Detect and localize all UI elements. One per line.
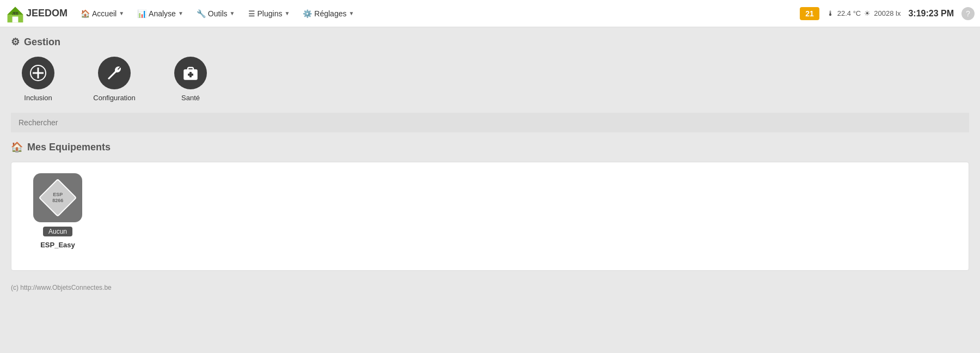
gestion-configuration[interactable]: Configuration (87, 57, 142, 102)
question-icon: ? (966, 9, 970, 18)
sun-icon: ☀ (864, 9, 871, 17)
equipements-title-text: Mes Equipements (27, 142, 111, 153)
equipment-area: ESP8266 Aucun ESP_Easy (11, 162, 969, 271)
outils-caret: ▼ (230, 10, 235, 16)
outils-icon: 🔧 (197, 9, 206, 18)
gestion-sante[interactable]: Santé (163, 57, 218, 102)
sante-icon (174, 57, 207, 89)
gestion-icons-row: Inclusion Configuration (11, 57, 969, 102)
thermometer-icon: 🌡 (827, 9, 834, 17)
weather-info: 🌡 22.4 °C ☀ 20028 lx (827, 9, 901, 17)
svg-rect-3 (13, 16, 19, 22)
search-input[interactable] (11, 113, 969, 132)
navbar: JEE JEEDOM 🏠 Accueil ▼ 📊 Analyse ▼ 🔧 Out… (0, 0, 980, 27)
clock-display: 3:19:23 PM (908, 9, 954, 19)
nav-analyse[interactable]: 📊 Analyse ▼ (132, 6, 189, 21)
equipment-thumbnail: ESP8266 (33, 173, 82, 222)
gear-icon: ⚙ (11, 36, 20, 48)
equipment-name: ESP_Easy (40, 241, 75, 249)
sante-label: Santé (181, 94, 200, 102)
equipements-section-title: 🏠 Mes Equipements (11, 141, 969, 153)
footer: (c) http://www.ObjetsConnectes.be (0, 279, 980, 296)
inclusion-icon (22, 57, 54, 89)
navbar-right: 21 🌡 22.4 °C ☀ 20028 lx 3:19:23 PM ? (800, 7, 975, 20)
plugins-caret: ▼ (284, 10, 290, 16)
gestion-title: Gestion (24, 36, 60, 48)
accueil-caret: ▼ (119, 10, 124, 16)
nav-analyse-label: Analyse (149, 9, 176, 18)
brand-logo-container[interactable]: JEE JEEDOM (5, 4, 68, 23)
gestion-section-title: ⚙ Gestion (11, 36, 969, 48)
nav-reglages-label: Réglages (314, 9, 346, 18)
configuration-icon (98, 57, 131, 89)
nav-outils[interactable]: 🔧 Outils ▼ (191, 6, 241, 21)
equipment-status-badge: Aucun (43, 227, 72, 236)
main-content: ⚙ Gestion Inclusion Configuratio (0, 27, 980, 279)
svg-rect-13 (188, 74, 193, 76)
configuration-label: Configuration (93, 94, 135, 102)
svg-text:JEE: JEE (12, 11, 19, 15)
inclusion-label: Inclusion (24, 94, 52, 102)
nav-outils-label: Outils (208, 9, 228, 18)
gestion-inclusion[interactable]: Inclusion (11, 57, 65, 102)
brand-name: JEEDOM (26, 8, 68, 19)
equipment-card-esp-easy[interactable]: ESP8266 Aucun ESP_Easy (22, 173, 93, 249)
nav-accueil-label: Accueil (92, 9, 117, 18)
reglages-icon: ⚙️ (303, 9, 312, 18)
reglages-caret: ▼ (348, 10, 354, 16)
footer-text: (c) http://www.ObjetsConnectes.be (11, 284, 112, 291)
plugins-icon: ☰ (248, 9, 255, 18)
notification-badge[interactable]: 21 (800, 7, 819, 20)
esp-diamond-icon: ESP8266 (39, 179, 77, 217)
nav-accueil[interactable]: 🏠 Accueil ▼ (75, 6, 130, 21)
jeedom-logo: JEE (5, 4, 25, 23)
analyse-icon: 📊 (137, 9, 146, 18)
nav-reglages[interactable]: ⚙️ Réglages ▼ (297, 6, 359, 21)
nav-plugins-label: Plugins (258, 9, 283, 18)
home-icon: 🏠 (81, 9, 90, 18)
help-button[interactable]: ? (961, 7, 975, 20)
lux-value: 20028 lx (874, 9, 901, 17)
home-equipements-icon: 🏠 (11, 141, 23, 153)
esp-diamond-text: ESP8266 (52, 192, 63, 204)
analyse-caret: ▼ (178, 10, 183, 16)
nav-plugins[interactable]: ☰ Plugins ▼ (243, 6, 296, 21)
temperature-value: 22.4 °C (837, 9, 861, 17)
